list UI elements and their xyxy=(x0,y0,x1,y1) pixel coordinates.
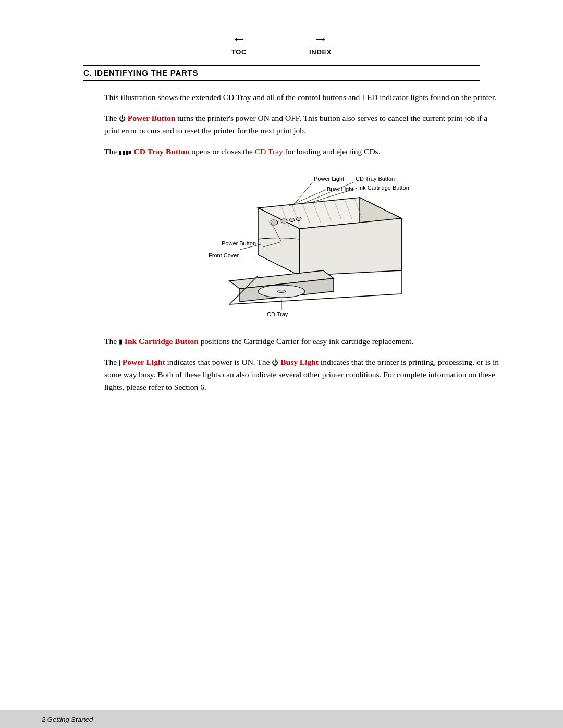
ink-icon: ▮ xyxy=(119,337,123,347)
label-power-button: Power Button xyxy=(222,240,256,246)
page: ← TOC → INDEX C. IDENTIFYING THE PARTS T… xyxy=(0,0,563,728)
cd-tray-icon: ▮▮▮ xyxy=(119,148,128,157)
index-nav[interactable]: → INDEX xyxy=(309,31,332,56)
label-power-light: Power Light xyxy=(314,176,344,182)
power-button-paragraph: The ⏻ Power Button turns the printer's p… xyxy=(104,112,500,137)
ink-cartridge-paragraph: The ▮ Ink Cartridge Button positions the… xyxy=(104,335,500,348)
cd-tray-ref: CD Tray xyxy=(255,147,283,156)
label-cd-tray: CD Tray xyxy=(267,311,288,317)
cd-tray-button-label: CD Tray Button xyxy=(134,147,190,156)
index-arrow-icon: → xyxy=(313,31,328,46)
cd-tray-paragraph: The ▮▮▮■ CD Tray Button opens or closes … xyxy=(104,145,500,158)
intro-paragraph: This illustration shows the extended CD … xyxy=(104,91,500,104)
index-label: INDEX xyxy=(309,48,332,56)
section-heading: C. IDENTIFYING THE PARTS xyxy=(83,65,480,81)
ink-cartridge-label: Ink Cartridge Button xyxy=(125,337,199,346)
svg-point-19 xyxy=(277,290,286,293)
section-heading-text: C. IDENTIFYING THE PARTS xyxy=(83,68,198,77)
power-light-paragraph: The | Power Light indicates that power i… xyxy=(104,356,500,393)
printer-diagram: Power Light Power Button Busy Light CD T… xyxy=(177,166,427,325)
label-front-cover: Front Cover xyxy=(209,252,239,258)
busy-light-label: Busy Light xyxy=(280,357,319,366)
busy-icon: ⏻ xyxy=(272,357,278,368)
power-light-icon: | xyxy=(119,357,120,368)
toc-arrow-icon: ← xyxy=(232,31,247,46)
toc-label: TOC xyxy=(231,48,247,56)
navigation-bar: ← TOC → INDEX xyxy=(0,0,563,61)
power-button-label: Power Button xyxy=(128,114,175,122)
power-icon: ⏻ xyxy=(119,114,126,124)
content-area: This illustration shows the extended CD … xyxy=(0,91,563,393)
svg-marker-3 xyxy=(300,218,401,276)
footer: 2 Getting Started xyxy=(0,710,563,728)
label-busy-light: Busy Light xyxy=(327,186,353,192)
svg-point-14 xyxy=(289,218,295,222)
svg-point-15 xyxy=(296,217,301,221)
toc-nav[interactable]: ← TOC xyxy=(231,31,247,56)
svg-point-12 xyxy=(270,220,278,225)
svg-point-13 xyxy=(281,219,287,223)
label-cd-tray-button: CD Tray Button xyxy=(356,176,395,182)
footer-text: 2 Getting Started xyxy=(42,715,93,723)
power-light-label: Power Light xyxy=(123,357,165,366)
label-ink-cartridge-button: Ink Cartridge Button xyxy=(358,184,409,191)
printer-diagram-svg: Power Light Power Button Busy Light CD T… xyxy=(177,166,427,323)
